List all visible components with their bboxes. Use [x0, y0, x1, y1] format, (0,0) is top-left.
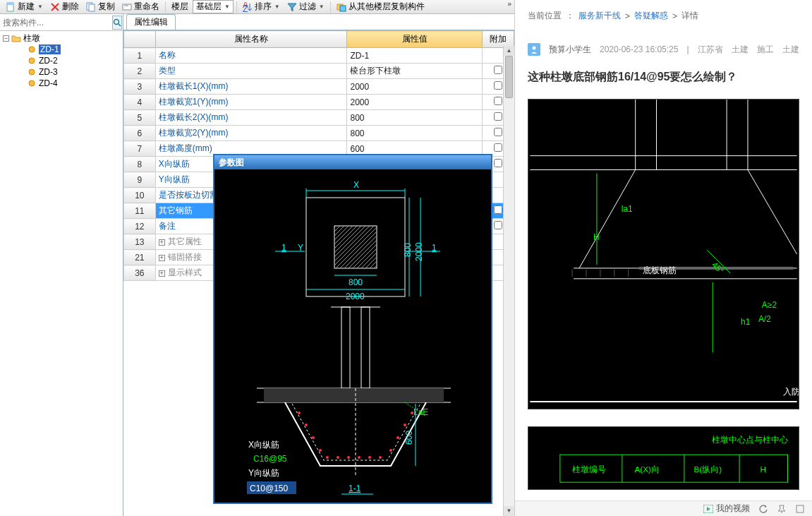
new-icon: [6, 2, 16, 12]
grid-vertical-scrollbar[interactable]: ▲ ▼: [503, 46, 514, 516]
expand-icon: [795, 504, 805, 514]
pier-icon: [27, 44, 37, 54]
pin-button[interactable]: [777, 504, 787, 514]
svg-point-42: [305, 424, 308, 426]
col-name[interactable]: 属性名称: [155, 31, 347, 48]
avatar[interactable]: [528, 43, 540, 56]
bc-current: 详情: [681, 10, 698, 22]
search-input[interactable]: [0, 16, 111, 29]
svg-point-46: [404, 424, 406, 426]
overflow-chevron-icon[interactable]: »: [507, 0, 511, 8]
extra-checkbox[interactable]: [494, 159, 502, 167]
svg-rect-29: [341, 307, 350, 388]
filter-button[interactable]: 过滤 ▼: [284, 0, 327, 13]
table-row[interactable]: 2类型棱台形下柱墩: [124, 64, 514, 79]
row-number: 5: [124, 110, 156, 126]
delete-icon: [50, 2, 60, 12]
svg-point-37: [347, 456, 350, 459]
row-number: 10: [124, 188, 156, 203]
tree-root[interactable]: − 柱墩: [0, 32, 123, 44]
svg-text:600: 600: [404, 431, 414, 445]
collapse-icon[interactable]: −: [3, 35, 9, 42]
tree-root-label: 柱墩: [23, 32, 40, 44]
extra-checkbox[interactable]: [494, 97, 502, 105]
expand-icon[interactable]: +: [159, 255, 165, 261]
prop-value[interactable]: ZD-1: [347, 48, 483, 64]
bc-link-2[interactable]: 答疑解惑: [634, 10, 668, 22]
floor-label: 楼层: [171, 1, 188, 13]
extra-checkbox[interactable]: [494, 112, 502, 121]
username[interactable]: 预算小学生: [549, 44, 591, 56]
cad-drawing-2: 柱墩中心点与柱中心 柱墩编号 A(X)向 B(纵向) H: [528, 426, 799, 490]
extra-checkbox[interactable]: [494, 143, 502, 152]
floor-label-btn: 楼层: [169, 0, 191, 13]
svg-point-44: [319, 449, 322, 452]
svg-text:X: X: [353, 180, 359, 190]
svg-rect-6: [123, 4, 131, 10]
dropdown-caret-icon: ▼: [274, 4, 280, 10]
tree-item-zd3[interactable]: ZD-3: [0, 66, 123, 78]
copy-from-other-button[interactable]: 从其他楼层复制构件: [334, 0, 428, 13]
scroll-thumb[interactable]: [505, 56, 513, 98]
tab-property-edit[interactable]: 属性编辑: [126, 14, 176, 30]
floor-select[interactable]: 基础层 ▼: [193, 0, 234, 13]
my-video-button[interactable]: 我的视频: [703, 503, 750, 515]
new-button[interactable]: 新建 ▼: [3, 0, 46, 13]
extra-checkbox[interactable]: [494, 81, 502, 90]
row-number: 6: [124, 126, 156, 141]
copy-label: 复制: [98, 1, 115, 13]
table-row[interactable]: 4柱墩截宽1(Y)(mm)2000: [124, 95, 514, 110]
dropdown-caret-icon: ▼: [224, 4, 230, 10]
video-label: 我的视频: [716, 503, 750, 515]
cad-drawing-1: la1 H h1 A/2 A≥2 45° 底板钢筋 入防: [528, 99, 799, 409]
side-panel: − 柱墩 ZD-1 ZD-2 ZD-3: [0, 14, 123, 516]
tree-item-zd1[interactable]: ZD-1: [0, 44, 123, 55]
pier-icon: [27, 67, 37, 77]
sort-button[interactable]: AZ 排序 ▼: [240, 0, 283, 13]
prop-value[interactable]: 2000: [347, 95, 483, 110]
post-title: 这种柱墩底部钢筋16/14@95要怎么绘制？: [528, 70, 799, 85]
expand-button[interactable]: [795, 504, 805, 514]
prop-name: Y向纵筋: [159, 174, 190, 184]
copy-button[interactable]: 复制: [83, 0, 118, 13]
row-number: 8: [124, 157, 156, 172]
bc-link-1[interactable]: 服务新干线: [578, 10, 621, 22]
scroll-down-icon[interactable]: ▼: [504, 506, 514, 516]
tree-item-zd4[interactable]: ZD-4: [0, 78, 123, 89]
search-button[interactable]: [112, 16, 122, 30]
delete-button[interactable]: 删除: [47, 0, 82, 13]
prop-value[interactable]: 800: [347, 126, 483, 141]
prop-name: 其它属性: [168, 236, 202, 246]
prop-value[interactable]: 2000: [347, 79, 483, 95]
table-row[interactable]: 6柱墩截宽2(Y)(mm)800: [124, 126, 514, 141]
copy-layer-icon: [337, 2, 346, 12]
table-row[interactable]: 3柱墩截长1(X)(mm)2000: [124, 79, 514, 95]
extra-checkbox[interactable]: [494, 128, 502, 136]
table-row[interactable]: 5柱墩截长2(X)(mm)800: [124, 110, 514, 126]
scroll-up-icon[interactable]: ▲: [504, 46, 514, 56]
col-extra[interactable]: 附加: [483, 31, 514, 48]
prop-value[interactable]: 棱台形下柱墩: [347, 64, 483, 79]
svg-text:45°: 45°: [710, 260, 726, 276]
svg-point-40: [379, 456, 382, 459]
tree-item-label: ZD-1: [39, 44, 61, 54]
extra-checkbox[interactable]: [494, 221, 502, 229]
tree-item-zd2[interactable]: ZD-2: [0, 55, 123, 66]
extra-checkbox[interactable]: [494, 66, 502, 74]
svg-point-41: [298, 412, 301, 414]
extra-checkbox[interactable]: [494, 205, 502, 214]
rename-button[interactable]: 重命名: [119, 0, 162, 13]
prop-name: 其它钢筋: [159, 205, 193, 215]
expand-icon[interactable]: +: [159, 270, 165, 277]
prop-name: 柱墩截宽1(Y)(mm): [159, 97, 229, 107]
dropdown-caret-icon: ▼: [37, 4, 43, 10]
expand-icon[interactable]: +: [159, 239, 165, 246]
prop-name: 名称: [159, 50, 176, 60]
refresh-button[interactable]: [758, 504, 768, 514]
col-value[interactable]: 属性值: [347, 31, 483, 48]
prop-value[interactable]: 800: [347, 110, 483, 126]
copy-icon: [86, 2, 96, 12]
copy-other-label: 从其他楼层复制构件: [349, 1, 425, 13]
svg-text:柱墩中心点与柱中心: 柱墩中心点与柱中心: [712, 435, 788, 444]
table-row[interactable]: 1名称ZD-1: [124, 48, 514, 64]
